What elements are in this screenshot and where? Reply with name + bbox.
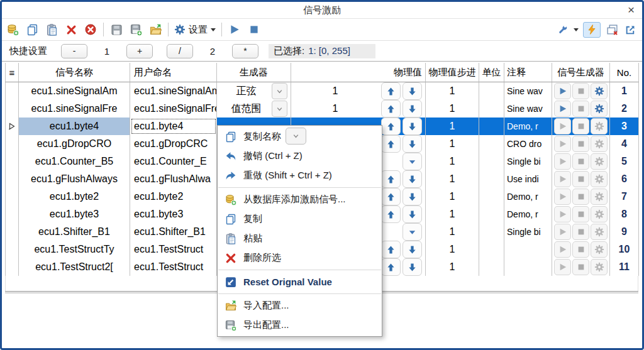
value-down-button[interactable] [402,258,422,276]
context-menu-item[interactable]: 复制 [218,209,382,229]
user-name-cell[interactable]: ecu1.gDropCRC [130,135,217,153]
delete-button[interactable] [64,23,78,36]
row-gear-button[interactable] [591,206,608,222]
row-gear-button[interactable] [591,101,608,117]
value-down-button[interactable] [402,170,422,188]
column-header[interactable]: 物理值 [291,63,426,82]
context-menu-item[interactable]: 导入配置... [218,296,382,315]
step-cell[interactable]: 1 [426,153,479,170]
row-play-button[interactable] [554,224,571,240]
column-header[interactable]: 生成器 [217,63,291,82]
close-icon[interactable]: × [628,3,635,18]
context-menu-item[interactable]: 撤销 (Ctrl + Z) [218,146,382,166]
signal-name-cell[interactable]: ecu1.gFlushAlways [19,170,130,188]
step-cell[interactable]: 1 [426,188,479,205]
cancel-all-button[interactable] [84,23,97,36]
generator-dropdown-button[interactable] [272,83,287,99]
paste-button[interactable] [45,23,58,36]
physical-value-cell[interactable]: 1 [291,100,426,118]
row-play-button[interactable] [554,171,571,187]
row-play-button[interactable] [554,136,571,152]
user-name-cell[interactable]: ecu1.sineSignalAmpl [130,82,217,100]
row-gear-button[interactable] [591,224,608,240]
row-stop-button[interactable] [572,171,589,187]
open-config-button[interactable] [148,23,162,36]
decrement-button[interactable]: - [61,44,87,58]
row-stop-button[interactable] [572,101,589,117]
row-gear-button[interactable] [591,171,608,187]
value-up-button[interactable] [381,241,401,258]
value-up-button[interactable] [381,100,401,118]
generator-cell[interactable]: 正弦 [217,82,291,100]
row-stop-button[interactable] [572,153,589,170]
value-dropdown-button[interactable] [402,223,422,241]
row-play-button[interactable] [554,189,571,205]
physical-value-cell[interactable]: 1 [291,82,426,100]
row-play-button[interactable] [554,206,571,222]
row-stop-button[interactable] [572,83,589,99]
row-stop-button[interactable] [572,136,589,152]
user-name-cell[interactable]: ecu1.Counter_E [130,153,217,170]
step-cell[interactable]: 1 [426,205,479,223]
row-play-button[interactable] [554,83,571,99]
physical-value[interactable]: 1 [291,85,379,97]
step-cell[interactable]: 1 [426,241,479,258]
column-header[interactable]: 信号名称 [19,63,130,82]
context-menu-item[interactable]: 从数据库添加激励信号... [218,190,382,209]
value-up-button[interactable] [381,118,401,135]
context-menu-item[interactable]: 导出配置... [218,315,382,335]
row-play-button[interactable] [554,118,571,134]
value-up-button[interactable] [381,205,401,223]
detach-window-button[interactable] [623,23,637,36]
value-down-button[interactable] [402,82,422,100]
stop-all-button[interactable] [247,23,261,36]
physical-value[interactable]: 1 [291,103,379,114]
column-header[interactable]: 信号生成器 [552,63,610,82]
step-cell[interactable]: 1 [426,82,479,100]
column-header[interactable]: 用户命名 [130,63,217,82]
signal-name-cell[interactable]: ecu1.TestStructTy [19,241,130,258]
step-cell[interactable]: 1 [426,223,479,241]
row-stop-button[interactable] [572,259,589,275]
settings-button[interactable]: 设置 [174,24,216,36]
row-stop-button[interactable] [572,241,589,258]
value-up-button[interactable] [381,82,401,100]
value-up-button[interactable] [381,135,401,153]
user-name-cell[interactable]: ecu1.TestStruct [130,241,217,258]
divide-button[interactable]: / [167,44,193,58]
value-down-button[interactable] [402,205,422,223]
signal-name-cell[interactable]: ecu1.sineSignalFre [19,100,130,118]
editing-generator-dropdown[interactable] [286,128,306,145]
row-play-button[interactable] [554,153,571,170]
context-menu-item[interactable]: 重做 (Shift + Ctrl + Z) [218,166,382,185]
signal-name-cell[interactable]: ecu1.gDropCRO [19,135,130,153]
row-play-button[interactable] [554,101,571,117]
save-button[interactable] [109,23,123,36]
column-header[interactable]: 物理值步进 [426,63,479,82]
increment-button[interactable]: + [126,44,153,58]
row-gear-button[interactable] [591,259,608,275]
table-row[interactable]: ecu1.sineSignalAm ecu1.sineSignalAmpl 正弦… [5,82,638,100]
value-up-button[interactable] [381,258,401,276]
row-gear-button[interactable] [591,83,608,99]
user-name-cell[interactable]: ecu1.Shifter_B1 [130,223,217,241]
wrench-tools-button[interactable] [555,23,569,36]
context-menu-item[interactable]: 删除所选 [218,248,382,268]
user-name-cell[interactable]: ecu1.byte3 [130,205,217,223]
copy-button[interactable] [25,23,39,36]
user-name-cell[interactable]: ecu1.TestStruct [130,258,217,276]
start-all-button[interactable] [228,23,242,36]
signal-name-cell[interactable]: ecu1.Counter_B5 [19,153,130,170]
step-cell[interactable]: 1 [426,135,479,153]
user-name-cell[interactable]: ecu1.byte2 [130,188,217,205]
value-down-button[interactable] [402,118,422,135]
signal-name-cell[interactable]: ecu1.byte3 [19,205,130,223]
context-menu-item[interactable]: Reset Orignal Value [218,272,382,292]
row-play-button[interactable] [554,259,571,275]
signal-name-cell[interactable]: ecu1.byte4 [19,118,130,135]
table-row[interactable]: ecu1.sineSignalFre ecu1.sineSignalFreq 值… [5,100,638,118]
signal-name-cell[interactable]: ecu1.Shifter_B1 [19,223,130,241]
column-header[interactable]: 单位 [479,63,504,82]
step-cell[interactable]: 1 [426,170,479,188]
add-from-database-button[interactable] [6,23,19,36]
